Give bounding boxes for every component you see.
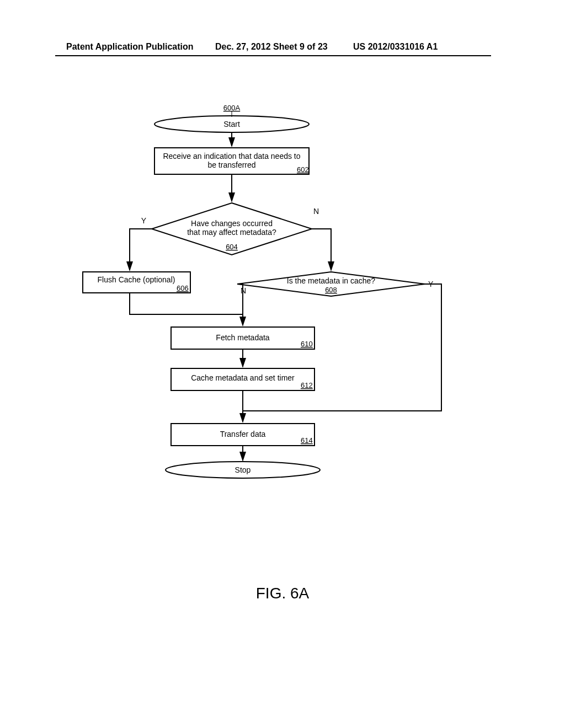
decision1-line2: that may affect metadata?: [187, 228, 276, 237]
cache-text: Cache metadata and set timer: [191, 373, 295, 382]
header-publication: Patent Application Publication: [66, 42, 194, 52]
fetch-ref: 610: [301, 340, 313, 348]
fetch-text: Fetch metadata: [216, 333, 269, 342]
receive-ref: 602: [297, 165, 309, 174]
flush-ref: 606: [177, 284, 189, 292]
header-rule: [55, 55, 491, 56]
decision2-ref: 608: [325, 286, 337, 294]
start-label: Start: [223, 120, 240, 129]
decision2-text: Is the metadata in cache?: [287, 276, 376, 285]
decision1-no: N: [313, 207, 319, 216]
receive-line1: Receive an indication that data needs to: [163, 152, 300, 160]
flush-text: Flush Cache (optional): [98, 275, 175, 284]
stop-label: Stop: [235, 465, 251, 474]
flowchart: 600A Start Receive an indication that da…: [66, 105, 499, 540]
transfer-text: Transfer data: [220, 430, 266, 438]
header-date-sheet: Dec. 27, 2012 Sheet 9 of 23: [215, 42, 328, 52]
decision1-yes: Y: [141, 216, 147, 225]
chart-reference: 600A: [223, 105, 241, 112]
header-pub-number: US 2012/0331016 A1: [353, 42, 438, 52]
figure-caption: FIG. 6A: [0, 585, 565, 602]
receive-line2: be transferred: [207, 160, 255, 169]
decision1-ref: 604: [226, 243, 238, 251]
cache-ref: 612: [301, 381, 313, 389]
decision1-line1: Have changes occurred: [191, 219, 273, 228]
transfer-ref: 614: [301, 436, 313, 445]
